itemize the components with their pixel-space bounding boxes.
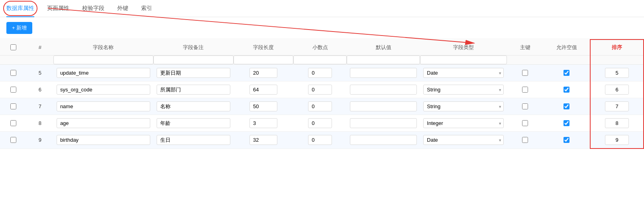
row-id-cell: 5 bbox=[27, 65, 53, 81]
filter-comment-input[interactable] bbox=[153, 55, 234, 64]
row-default-cell bbox=[347, 98, 420, 115]
length-input[interactable] bbox=[249, 68, 277, 78]
filter-pk-col bbox=[507, 55, 544, 65]
tab-index[interactable]: 索引 bbox=[141, 0, 152, 17]
type-select[interactable]: StringIntegerDateDoubleLongBigDecimal bbox=[423, 85, 504, 95]
filter-id-col bbox=[27, 55, 53, 65]
row-decimal-cell bbox=[293, 65, 347, 81]
tab-database-props[interactable]: 数据库属性 bbox=[6, 0, 34, 17]
row-type-cell: StringIntegerDateDoubleLongBigDecimal ▾ bbox=[420, 132, 507, 149]
row-checkbox[interactable] bbox=[10, 120, 16, 126]
type-select[interactable]: StringIntegerDateDoubleLongBigDecimal bbox=[423, 135, 504, 145]
type-select[interactable]: StringIntegerDateDoubleLongBigDecimal bbox=[423, 68, 504, 78]
row-default-cell bbox=[347, 81, 420, 98]
length-input[interactable] bbox=[249, 85, 277, 95]
default-input[interactable] bbox=[350, 135, 417, 145]
tab-validate-fields[interactable]: 校验字段 bbox=[82, 0, 104, 17]
allownull-checkbox[interactable] bbox=[564, 103, 569, 109]
pk-checkbox[interactable] bbox=[522, 103, 528, 109]
pk-checkbox[interactable] bbox=[522, 137, 528, 143]
default-input[interactable] bbox=[350, 85, 417, 95]
comment-input[interactable] bbox=[157, 118, 230, 128]
row-checkbox[interactable] bbox=[10, 70, 16, 76]
filter-default-input[interactable] bbox=[347, 55, 420, 64]
filter-decimal-col bbox=[293, 55, 347, 65]
allownull-checkbox[interactable] bbox=[564, 87, 569, 93]
add-button[interactable]: + 新增 bbox=[6, 22, 32, 34]
filter-type-input[interactable] bbox=[420, 55, 507, 64]
order-input[interactable] bbox=[605, 68, 629, 78]
order-input[interactable] bbox=[605, 135, 629, 145]
col-default-header: 默认值 bbox=[347, 40, 420, 55]
row-pk-cell bbox=[507, 115, 544, 132]
table-row: 8 StringIntegerDateDoubleLongBigDecimal … bbox=[0, 115, 644, 132]
row-type-cell: StringIntegerDateDoubleLongBigDecimal ▾ bbox=[420, 98, 507, 115]
row-checkbox[interactable] bbox=[10, 137, 16, 143]
filter-fieldname-col bbox=[53, 55, 153, 65]
page-wrapper: 数据库属性 页面属性 校验字段 外键 索引 + 新增 # bbox=[0, 0, 644, 149]
type-select[interactable]: StringIntegerDateDoubleLongBigDecimal bbox=[423, 118, 504, 128]
table-body: 5 StringIntegerDateDoubleLongBigDecimal … bbox=[0, 65, 644, 149]
row-fieldname-cell bbox=[53, 81, 153, 98]
allownull-checkbox[interactable] bbox=[564, 120, 569, 126]
row-type-cell: StringIntegerDateDoubleLongBigDecimal ▾ bbox=[420, 65, 507, 81]
pk-checkbox[interactable] bbox=[522, 87, 528, 93]
length-input[interactable] bbox=[249, 135, 277, 145]
row-decimal-cell bbox=[293, 98, 347, 115]
filter-allownull-col bbox=[544, 55, 590, 65]
comment-input[interactable] bbox=[157, 68, 230, 78]
row-fieldname-cell bbox=[53, 98, 153, 115]
fieldname-input[interactable] bbox=[57, 118, 150, 128]
order-input[interactable] bbox=[605, 101, 629, 111]
filter-fieldname-input[interactable] bbox=[53, 55, 153, 64]
decimal-input[interactable] bbox=[308, 101, 332, 111]
fieldname-input[interactable] bbox=[57, 85, 150, 95]
table-filter-row bbox=[0, 55, 644, 65]
row-fieldname-cell bbox=[53, 115, 153, 132]
decimal-input[interactable] bbox=[308, 135, 332, 145]
fieldname-input[interactable] bbox=[57, 68, 150, 78]
comment-input[interactable] bbox=[157, 85, 230, 95]
decimal-input[interactable] bbox=[308, 118, 332, 128]
decimal-input[interactable] bbox=[308, 68, 332, 78]
default-input[interactable] bbox=[350, 118, 417, 128]
filter-decimal-input[interactable] bbox=[293, 55, 347, 64]
col-id-header: # bbox=[27, 40, 53, 55]
default-input[interactable] bbox=[350, 68, 417, 78]
select-all-checkbox[interactable] bbox=[10, 44, 16, 50]
filter-comment-col bbox=[153, 55, 234, 65]
tab-foreign-key[interactable]: 外键 bbox=[117, 0, 128, 17]
tab-page-props[interactable]: 页面属性 bbox=[47, 0, 69, 17]
row-pk-cell bbox=[507, 65, 544, 81]
col-type-header: 字段类型 bbox=[420, 40, 507, 55]
allownull-checkbox[interactable] bbox=[564, 70, 569, 76]
filter-checkbox-col bbox=[0, 55, 27, 65]
order-input[interactable] bbox=[605, 118, 629, 128]
order-input[interactable] bbox=[605, 85, 629, 95]
row-checkbox-cell bbox=[0, 81, 27, 98]
row-allownull-cell bbox=[544, 65, 590, 81]
row-default-cell bbox=[347, 115, 420, 132]
comment-input[interactable] bbox=[157, 101, 230, 111]
length-input[interactable] bbox=[249, 101, 277, 111]
allownull-checkbox[interactable] bbox=[564, 137, 569, 143]
length-input[interactable] bbox=[249, 118, 277, 128]
row-checkbox[interactable] bbox=[10, 87, 16, 93]
row-checkbox-cell bbox=[0, 115, 27, 132]
row-checkbox[interactable] bbox=[10, 103, 16, 109]
row-comment-cell bbox=[153, 65, 234, 81]
decimal-input[interactable] bbox=[308, 85, 332, 95]
pk-checkbox[interactable] bbox=[522, 120, 528, 126]
row-fieldname-cell bbox=[53, 132, 153, 149]
filter-length-input[interactable] bbox=[234, 55, 294, 64]
fieldname-input[interactable] bbox=[57, 101, 150, 111]
type-select[interactable]: StringIntegerDateDoubleLongBigDecimal bbox=[423, 101, 504, 111]
default-input[interactable] bbox=[350, 101, 417, 111]
col-order-header: 排序 bbox=[590, 40, 644, 55]
comment-input[interactable] bbox=[157, 135, 230, 145]
table-row: 7 StringIntegerDateDoubleLongBigDecimal … bbox=[0, 98, 644, 115]
table-row: 9 StringIntegerDateDoubleLongBigDecimal … bbox=[0, 132, 644, 149]
fieldname-input[interactable] bbox=[57, 135, 150, 145]
pk-checkbox[interactable] bbox=[522, 70, 528, 76]
row-allownull-cell bbox=[544, 115, 590, 132]
